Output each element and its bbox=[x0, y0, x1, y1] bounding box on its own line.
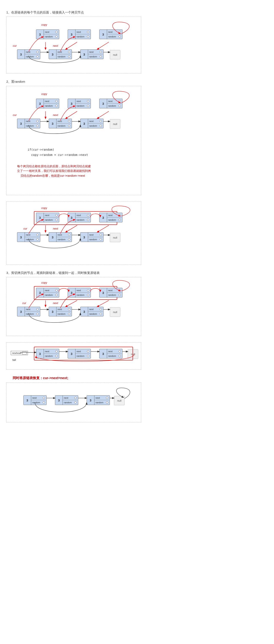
orig-node-2-d2: 3 next random bbox=[49, 119, 72, 128]
orig-node-2-d6: 3 next random bbox=[55, 395, 78, 405]
diagram2: 3 next random 3 next random 3 next rando… bbox=[6, 86, 141, 195]
copy-node-3-d1: 3 next random bbox=[99, 30, 122, 39]
orig-node-2-d1: 3 next random bbox=[49, 50, 72, 59]
copy-node-2-d1: 3 next random bbox=[68, 30, 91, 39]
section2-title: 2、置random bbox=[6, 80, 268, 84]
null-node-d4: null bbox=[110, 308, 120, 317]
newhead-box: newhead bbox=[11, 351, 28, 355]
orig-node-3-d4: 3 next random bbox=[80, 307, 103, 316]
copy-node-3-d2: 3 next random bbox=[99, 99, 122, 108]
cur-label-d2: cur bbox=[13, 114, 17, 116]
if-code-d2: if(cur->random) copy->random = cur->rand… bbox=[28, 147, 88, 158]
orig-node-1-d6: 3 next random bbox=[23, 395, 47, 405]
diagram6: 3 next random 3 next random 3 next rando… bbox=[6, 382, 141, 422]
null-node-d2: null bbox=[110, 119, 120, 128]
copy-node-3-d3: 3 next random bbox=[99, 213, 122, 222]
orig-node-1-d4: 3 next random bbox=[17, 307, 40, 316]
null-node-d6: null bbox=[114, 396, 124, 405]
next-label-d1: next bbox=[53, 44, 58, 47]
null-node-d5: null bbox=[128, 350, 138, 359]
copy-node-2-d5: 3 next random bbox=[68, 349, 91, 358]
copy-node-1-d3: 3 next random bbox=[36, 213, 59, 222]
copy-label-d2: copy bbox=[41, 92, 47, 96]
arrows-d1 bbox=[7, 17, 141, 73]
copy-node-3-d4: 3 next random bbox=[99, 288, 122, 298]
null-node-d3: null bbox=[110, 233, 120, 242]
cur-label-d4: cur bbox=[22, 302, 26, 305]
orig-node-1-d2: 3 next random bbox=[17, 119, 40, 128]
copy-node-1-d5: 3 next random bbox=[36, 349, 59, 358]
diagram5: newhead 3 next random 3 next random 3 ne… bbox=[6, 342, 141, 370]
copy-node-2-d4: 3 next random bbox=[68, 288, 91, 298]
copy-node-2-d2: 3 next random bbox=[68, 99, 91, 108]
copy-node-1-d4: 3 next random bbox=[36, 288, 59, 298]
copy-label-d3: copy bbox=[41, 206, 47, 210]
copy-label-d1: copy bbox=[41, 23, 47, 26]
next-label-d2: next bbox=[53, 114, 58, 116]
orig-node-3-d2: 3 next random bbox=[80, 119, 103, 128]
next-label-d4: next bbox=[53, 302, 58, 305]
orig-node-2-d3: 3 next random bbox=[49, 232, 72, 242]
section3-title: 3、剪切拷贝的节点，尾插到新链表，链接到一起，同时恢复原链表 bbox=[6, 271, 268, 275]
restore-text: 同时将原链表恢复：cur->next=next; bbox=[13, 376, 268, 380]
copy-label-d4: copy bbox=[41, 281, 47, 284]
cur-label-d3: cur bbox=[23, 227, 27, 230]
null-node-d1: null bbox=[110, 50, 120, 59]
copy-node-1-d2: 3 next random bbox=[36, 99, 59, 108]
copy-node-3-d5: 3 next random bbox=[99, 349, 122, 358]
tail-label: tail bbox=[13, 358, 16, 362]
next-label-d3: next bbox=[53, 227, 58, 230]
explanation-d2: 每个拷贝结点都在原结点的后面，原结点和拷贝结点就建 立了一一相对关系，我们可以发… bbox=[17, 164, 137, 178]
section1-title: 1、在原链表的每个节点的后面，链接插入一个拷贝节点 bbox=[6, 10, 268, 14]
orig-node-3-d1: 3 next random bbox=[80, 50, 103, 59]
copy-node-2-d3: 3 next random bbox=[68, 213, 91, 222]
orig-node-1-d3: 3 next random bbox=[17, 232, 40, 242]
diagram3: 3 next random 3 next random 3 next rando… bbox=[6, 202, 141, 265]
diagram4: 3 next random 3 next random 3 next rando… bbox=[6, 277, 141, 336]
diagram1: 3 next random 3 next random 3 next rando… bbox=[6, 16, 141, 74]
copy-node-1-d1: 3 next random bbox=[36, 30, 59, 39]
cur-label-d1: cur bbox=[13, 44, 17, 47]
orig-node-3-d3: 3 next random bbox=[80, 232, 103, 242]
arrows-d4 bbox=[7, 277, 141, 336]
orig-node-3-d6: 3 next random bbox=[87, 395, 110, 405]
orig-node-1-d1: 3 next random bbox=[17, 50, 40, 59]
orig-node-2-d4: 3 next random bbox=[49, 307, 72, 316]
